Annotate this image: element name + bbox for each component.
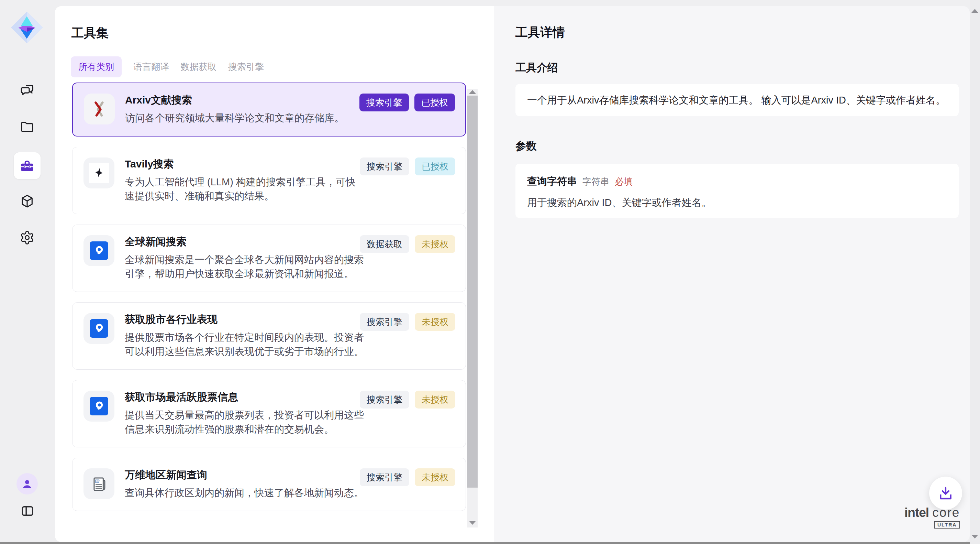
window-scrollbar[interactable] bbox=[970, 0, 980, 544]
tab-translation[interactable]: 语言翻译 bbox=[133, 56, 169, 77]
tool-card-arxiv[interactable]: Arxiv文献搜索 访问各个研究领域大量科学论文和文章的存储库。 搜索引擎 已授… bbox=[72, 83, 466, 137]
scrollbar-thumb[interactable] bbox=[467, 96, 477, 488]
window-bottom-edge bbox=[0, 542, 970, 544]
sidebar-item-chat[interactable] bbox=[14, 77, 41, 104]
ultra-badge: ULTRA bbox=[934, 521, 960, 528]
tool-description: 访问各个研究领域大量科学论文和文章的存储库。 bbox=[125, 111, 366, 125]
auth-status-badge: 未授权 bbox=[415, 468, 455, 486]
tool-list-panel: 工具集 所有类别 语言翻译 数据获取 搜索引擎 Arxiv文献搜索 访问各个研究… bbox=[55, 6, 494, 542]
page-title: 工具集 bbox=[72, 25, 108, 41]
auth-status-badge: 未授权 bbox=[415, 235, 455, 253]
local-news-logo-icon: LOCAL NEW bbox=[83, 468, 115, 499]
tool-card-most-active-stocks[interactable]: 获取市场最活跃股票信息 提供当天交易量最高的股票列表，投资者可以利用这些信息来识… bbox=[72, 380, 466, 447]
tab-search-engine[interactable]: 搜索引擎 bbox=[228, 56, 264, 77]
download-icon bbox=[937, 484, 955, 502]
sidebar-item-models[interactable] bbox=[14, 188, 41, 215]
toolbox-icon bbox=[19, 158, 35, 173]
category-tabs: 所有类别 语言翻译 数据获取 搜索引擎 bbox=[71, 56, 264, 77]
sidebar-item-files[interactable] bbox=[14, 113, 41, 140]
tool-description: 提供股票市场各个行业在特定时间段内的表现。投资者可以利用这些信息来识别表现优于或… bbox=[125, 330, 365, 359]
blue-q-logo-icon bbox=[83, 313, 115, 344]
intel-core-ultra-logo: intel core ULTRA bbox=[904, 506, 963, 528]
tab-data-fetch[interactable]: 数据获取 bbox=[181, 56, 216, 77]
tool-card-regional-news[interactable]: LOCAL NEW 万维地区新闻查询 查询具体行政区划内的新闻，快速了解各地新闻… bbox=[72, 458, 466, 511]
intel-brand-text: intel bbox=[904, 506, 929, 520]
panel-toggle-button[interactable] bbox=[20, 503, 35, 518]
user-avatar[interactable] bbox=[16, 473, 38, 495]
param-name: 查询字符串 bbox=[527, 175, 577, 188]
tool-list-scrollbar[interactable] bbox=[467, 89, 477, 528]
window-scroll-down-icon[interactable] bbox=[971, 535, 978, 539]
blue-q-logo-icon bbox=[83, 235, 115, 266]
tool-card-tavily[interactable]: Tavily搜索 专为人工智能代理 (LLM) 构建的搜索引擎工具，可快速提供实… bbox=[72, 147, 466, 214]
download-button[interactable] bbox=[929, 477, 962, 510]
tool-description: 提供当天交易量最高的股票列表，投资者可以利用这些信息来识别流动性强的股票和潜在的… bbox=[125, 408, 365, 436]
app-diamond-logo bbox=[10, 11, 43, 44]
param-card: 查询字符串 字符串 必填 用于搜索的Arxiv ID、关键字或作者姓名。 bbox=[515, 164, 959, 218]
sidebar-item-settings[interactable] bbox=[14, 224, 41, 251]
auth-status-badge: 已授权 bbox=[414, 94, 455, 112]
param-description: 用于搜索的Arxiv ID、关键字或作者姓名。 bbox=[527, 196, 947, 210]
person-icon bbox=[20, 477, 34, 491]
params-heading: 参数 bbox=[515, 139, 537, 153]
folder-icon bbox=[19, 119, 35, 134]
auth-status-badge: 未授权 bbox=[415, 313, 455, 331]
tool-card-sector-performance[interactable]: 获取股市各行业表现 提供股票市场各个行业在特定时间段内的表现。投资者可以利用这些… bbox=[72, 302, 466, 370]
category-badge: 搜索引擎 bbox=[360, 94, 409, 112]
window-scroll-up-icon[interactable] bbox=[971, 9, 978, 13]
svg-text:NEW: NEW bbox=[96, 482, 99, 483]
chat-icon bbox=[19, 83, 35, 98]
sidebar-item-toolbox[interactable] bbox=[14, 152, 41, 179]
category-badge: 搜索引擎 bbox=[360, 158, 409, 175]
tool-list: Arxiv文献搜索 访问各个研究领域大量科学论文和文章的存储库。 搜索引擎 已授… bbox=[72, 83, 466, 535]
scroll-up-arrow-icon[interactable] bbox=[469, 90, 476, 94]
cube-icon bbox=[19, 194, 35, 209]
tavily-star-icon bbox=[83, 158, 115, 188]
intro-heading: 工具介绍 bbox=[515, 61, 558, 75]
gear-icon bbox=[19, 230, 35, 245]
auth-status-badge: 未授权 bbox=[415, 391, 455, 408]
tool-description: 专为人工智能代理 (LLM) 构建的搜索引擎工具，可快速提供实时、准确和真实的结… bbox=[125, 175, 365, 203]
tool-description: 查询具体行政区划内的新闻，快速了解各地新闻动态。 bbox=[125, 486, 365, 500]
param-type: 字符串 bbox=[582, 176, 609, 188]
auth-status-badge: 已授权 bbox=[415, 158, 455, 175]
category-badge: 数据获取 bbox=[360, 235, 409, 253]
param-required-flag: 必填 bbox=[615, 176, 633, 188]
intro-card: 一个用于从Arxiv存储库搜索科学论文和文章的工具。 输入可以是Arxiv ID… bbox=[515, 84, 959, 116]
tool-detail-panel: 工具详情 工具介绍 一个用于从Arxiv存储库搜索科学论文和文章的工具。 输入可… bbox=[494, 6, 970, 542]
scroll-down-arrow-icon[interactable] bbox=[469, 521, 476, 525]
sidebar bbox=[0, 0, 55, 544]
intro-text: 一个用于从Arxiv存储库搜索科学论文和文章的工具。 输入可以是Arxiv ID… bbox=[527, 93, 946, 107]
category-badge: 搜索引擎 bbox=[360, 468, 409, 486]
panel-toggle-icon bbox=[20, 504, 35, 518]
blue-q-logo-icon bbox=[83, 391, 115, 421]
category-badge: 搜索引擎 bbox=[360, 391, 409, 408]
core-brand-text: core bbox=[932, 506, 960, 520]
tool-card-global-news[interactable]: 全球新闻搜索 全球新闻搜索是一个聚合全球各大新闻网站内容的搜索引擎，帮助用户快速… bbox=[72, 225, 466, 292]
arxiv-logo-icon bbox=[84, 94, 115, 124]
tool-description: 全球新闻搜索是一个聚合全球各大新闻网站内容的搜索引擎，帮助用户快速获取全球最新资… bbox=[125, 253, 365, 281]
category-badge: 搜索引擎 bbox=[360, 313, 409, 331]
tab-all-categories[interactable]: 所有类别 bbox=[71, 56, 122, 77]
detail-title: 工具详情 bbox=[515, 24, 565, 41]
